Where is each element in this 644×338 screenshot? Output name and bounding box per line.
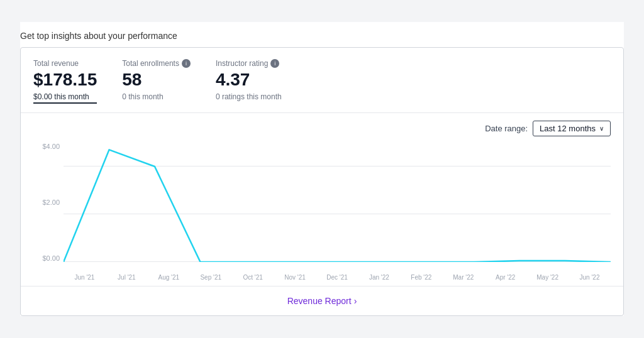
revenue-line-chart [64,143,611,262]
metric-rating-sub: 0 ratings this month [216,92,282,101]
metric-total-enrollments: Total enrollments i 58 0 this month [122,59,191,104]
metric-enrollments-value: 58 [122,70,191,90]
metric-revenue-label: Total revenue [33,59,97,68]
date-range-value: Last 12 months [540,124,596,133]
metric-revenue-value: $178.15 [33,70,97,90]
enrollments-info-icon[interactable]: i [182,59,191,68]
x-label-sep21: Sep '21 [190,274,232,281]
x-label-oct21: Oct '21 [232,274,274,281]
x-label-jan22: Jan '22 [358,274,400,281]
metric-enrollments-label: Total enrollments i [122,59,191,68]
chart-plot-area [64,143,611,262]
x-label-apr22: Apr '22 [484,274,526,281]
rating-info-icon[interactable]: i [270,59,279,68]
chart-section: Date range: Last 12 months ∨ $0.00 $2.00… [21,113,623,286]
revenue-polyline [64,150,611,262]
x-label-dec21: Dec '21 [316,274,358,281]
x-label-jun22: Jun '22 [569,274,611,281]
insights-card: Total revenue $178.15 $0.00 this month T… [20,47,624,316]
card-footer: Revenue Report › [21,286,623,315]
revenue-report-chevron: › [354,296,357,306]
y-label-0: $0.00 [33,254,64,262]
metric-enrollments-sub: 0 this month [122,92,191,101]
date-range-button[interactable]: Last 12 months ∨ [533,121,611,136]
x-axis-labels: Jun '21 Jul '21 Aug '21 Sep '21 Oct '21 … [64,262,611,281]
y-label-4: $4.00 [33,143,64,150]
y-axis-labels: $0.00 $2.00 $4.00 [33,143,64,262]
page-header: Get top insights about your performance [20,22,624,47]
metric-revenue-sub: $0.00 this month [33,92,97,104]
metric-instructor-rating: Instructor rating i 4.37 0 ratings this … [216,59,282,104]
revenue-report-label: Revenue Report [287,296,352,306]
chart-container: $0.00 $2.00 $4.00 [33,143,611,281]
revenue-report-link[interactable]: Revenue Report › [287,296,357,306]
metric-rating-label: Instructor rating i [216,59,282,68]
x-label-may22: May '22 [526,274,569,281]
x-label-feb22: Feb '22 [400,274,442,281]
metric-rating-value: 4.37 [216,70,282,90]
metrics-row: Total revenue $178.15 $0.00 this month T… [21,48,623,113]
x-label-jun21: Jun '21 [64,274,106,281]
metric-total-revenue: Total revenue $178.15 $0.00 this month [33,59,97,104]
x-label-mar22: Mar '22 [442,274,484,281]
chart-header: Date range: Last 12 months ∨ [33,121,611,136]
x-label-nov21: Nov '21 [274,274,316,281]
date-range-label: Date range: [485,124,528,133]
x-label-aug21: Aug '21 [148,274,190,281]
y-label-2: $2.00 [33,199,64,206]
chevron-down-icon: ∨ [599,125,604,132]
x-label-jul21: Jul '21 [106,274,148,281]
